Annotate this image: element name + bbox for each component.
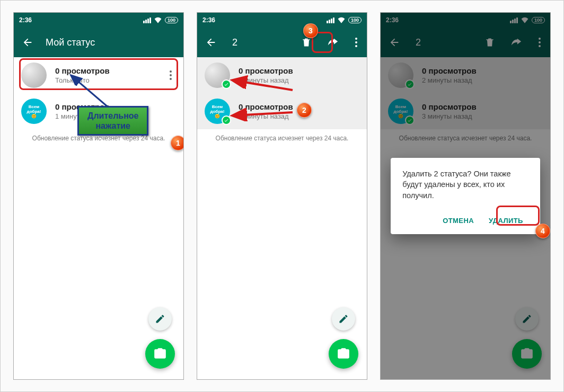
- back-button[interactable]: [19, 34, 36, 51]
- svg-line-2: [234, 112, 293, 115]
- dialog-message: Удалить 2 статуса? Они также будут удале…: [402, 168, 528, 201]
- app-bar: Мой статус: [14, 28, 183, 57]
- annotation-step-badge: 3: [303, 23, 318, 38]
- status-list: 0 просмотров 2 минуты назад Всем добра! …: [197, 57, 367, 379]
- wifi-icon: [338, 17, 345, 23]
- edit-fab[interactable]: [148, 307, 172, 331]
- cancel-button[interactable]: ОТМЕНА: [437, 212, 479, 229]
- wifi-icon: [154, 17, 162, 23]
- dialog-scrim: Удалить 2 статуса? Они также будут удале…: [381, 13, 550, 379]
- screenshot-1: 2:36 100 Мой статус 0 просмотров Только …: [13, 12, 184, 380]
- camera-fab[interactable]: [329, 339, 358, 369]
- avatar: Всем добра! 😊: [21, 99, 47, 124]
- signal-icon: [143, 17, 151, 23]
- screenshot-3: 2:36 100 2 0 просмотров2 минуты назад Вс…: [380, 12, 551, 380]
- clock: 2:36: [202, 16, 215, 24]
- status-views: 0 просмотров: [239, 66, 359, 75]
- page-title: Мой статус: [46, 37, 178, 48]
- android-status-bar: 2:36 100: [14, 13, 183, 28]
- selection-app-bar: 2: [197, 28, 367, 57]
- clock: 2:36: [19, 16, 32, 24]
- annotation-arrow: [229, 75, 298, 96]
- annotation-callout: Длительное нажатие: [77, 106, 148, 136]
- annotation-step-badge: 2: [297, 103, 312, 118]
- status-icons: 100: [143, 17, 178, 23]
- annotation-step-badge: 1: [171, 136, 184, 150]
- battery-icon: 100: [165, 17, 178, 23]
- status-icons: 100: [327, 17, 362, 23]
- selection-count: 2: [232, 37, 288, 48]
- more-button[interactable]: [351, 34, 362, 51]
- camera-fab[interactable]: [145, 339, 175, 369]
- android-status-bar: 2:36 100: [197, 13, 367, 28]
- annotation-step-badge: 4: [535, 224, 550, 238]
- edit-fab[interactable]: [332, 307, 355, 331]
- expiry-notice: Обновление статуса исчезнет через 24 час…: [197, 129, 367, 147]
- svg-line-0: [72, 76, 109, 108]
- back-button[interactable]: [202, 34, 219, 51]
- annotation-highlight: [496, 206, 540, 226]
- svg-line-1: [234, 81, 293, 90]
- signal-icon: [327, 17, 334, 23]
- battery-icon: 100: [348, 17, 362, 23]
- screenshot-2: 2:36 100 2 0 просмотров: [197, 12, 367, 380]
- annotation-arrow: [229, 108, 298, 129]
